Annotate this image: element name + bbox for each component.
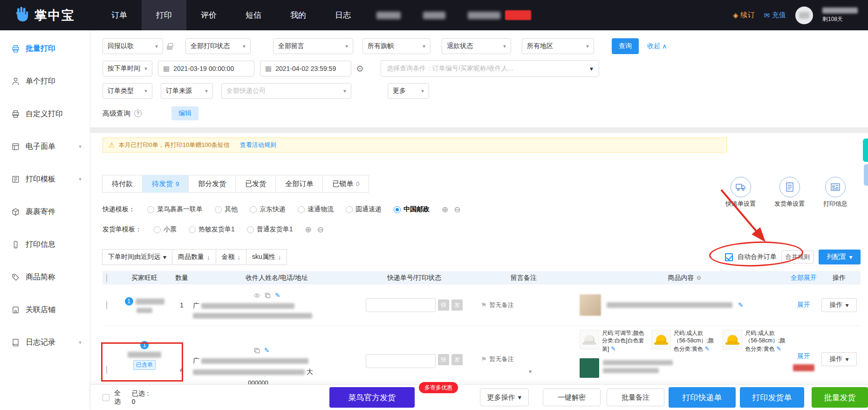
remove-template-icon[interactable]: ⊖ — [454, 205, 460, 215]
refund-status-select[interactable]: 退款状态▾ — [442, 38, 511, 54]
row-checkbox[interactable] — [106, 301, 107, 309]
row-checkbox[interactable] — [106, 366, 107, 374]
row-action-button[interactable]: 操作▾ — [821, 298, 857, 312]
expand-row-link[interactable]: 展开 — [797, 301, 810, 308]
sidebar-item-print-template[interactable]: 打印模板 ▾ — [0, 163, 90, 195]
copy-icon[interactable] — [253, 347, 260, 354]
query-button[interactable]: 查询 — [612, 38, 639, 54]
nav-item-logs[interactable]: 日志 — [321, 0, 365, 30]
nav-item-print[interactable]: 打印 — [142, 0, 186, 30]
radio-thermal-invoice[interactable]: 热敏发货单1 — [189, 225, 235, 234]
message-select[interactable]: 全部留言▾ — [273, 38, 353, 54]
auto-merge-checkbox[interactable] — [725, 253, 733, 261]
search-condition-combo[interactable]: 选择查询条件：订单编号/买家昵称/收件人... ▾ — [381, 60, 599, 77]
time-type-select[interactable]: 按下单时间▾ — [103, 61, 152, 76]
region-select[interactable]: 所有地区▾ — [522, 38, 594, 54]
edit-product-pencil-icon[interactable]: ✎ — [704, 345, 710, 352]
shop-select[interactable]: 回报以歌▾ — [103, 38, 163, 54]
quick-print-button[interactable]: 快 — [438, 299, 449, 311]
product-thumbnail[interactable] — [580, 330, 599, 349]
add-invoice-template-icon[interactable]: ⊕ — [305, 225, 312, 235]
sidebar-item-single-print[interactable]: 单个打印 — [0, 65, 90, 97]
tracking-number-input[interactable] — [366, 298, 436, 312]
radio-cainiao-guoguo[interactable]: 菜鸟裹裹一联单 — [147, 205, 203, 214]
eye-icon[interactable] — [253, 292, 260, 299]
sidebar-item-product-abbr[interactable]: 商品简称 — [0, 261, 90, 293]
edit-product-pencil-icon[interactable]: ✎ — [611, 345, 616, 352]
avatar[interactable] — [795, 7, 813, 24]
renew-link[interactable]: ◈续订 — [733, 11, 755, 20]
print-express-button[interactable]: 打印快递单 — [669, 387, 736, 408]
tab-locked[interactable]: 已锁单0 — [322, 175, 369, 193]
more-filters-select[interactable]: 更多▾ — [388, 83, 429, 99]
copy-icon[interactable] — [264, 292, 271, 299]
sort-by-time-dropdown[interactable]: 下单时间由近到远▾ — [102, 249, 172, 265]
tab-partial-shipped[interactable]: 部分发货 — [188, 175, 236, 193]
nav-item-mine[interactable]: 我的 — [276, 0, 321, 30]
sidebar-item-linked-shops[interactable]: 关联店铺 — [0, 293, 90, 326]
expand-row-link[interactable]: 展开 — [797, 352, 810, 361]
sort-by-quantity[interactable]: 商品数量↓ — [172, 249, 216, 265]
express-sheet-settings[interactable]: 快递单设置 — [725, 177, 756, 208]
help-question-icon[interactable]: ? — [134, 110, 142, 117]
date-settings-gear-icon[interactable]: ⚙ — [356, 63, 364, 74]
decrypt-button[interactable]: 一键解密 — [543, 389, 601, 406]
radio-normal-invoice[interactable]: 普通发货单1 — [247, 225, 293, 234]
batch-ship-button[interactable]: 批量发货 — [812, 387, 868, 408]
tracking-number-input[interactable] — [366, 354, 436, 368]
print-info-settings[interactable]: 打印信息 — [823, 177, 847, 208]
expand-all-link[interactable]: 全部展开 — [791, 274, 817, 281]
nav-item-sms[interactable]: 短信 — [231, 0, 276, 30]
order-source-select[interactable]: 订单来源▾ — [161, 83, 213, 99]
invoice-settings[interactable]: 发货单设置 — [774, 177, 805, 208]
express-company-select[interactable]: 全部快递公司▾ — [221, 83, 351, 99]
app-logo[interactable]: 掌中宝 — [0, 0, 97, 30]
ship-button[interactable]: 发 — [451, 299, 463, 311]
product-thumbnail[interactable] — [651, 330, 671, 349]
more-actions-button[interactable]: 更多操作▾ — [480, 389, 529, 406]
quick-print-button[interactable]: 快 — [438, 354, 449, 365]
merge-rules-button[interactable]: 合并规则 — [781, 250, 814, 264]
product-thumbnail[interactable] — [723, 330, 742, 349]
radio-other[interactable]: 其他 — [215, 205, 238, 214]
flag-select[interactable]: 所有旗帜▾ — [362, 38, 431, 54]
edit-advanced-query-button[interactable]: 编辑 — [171, 106, 198, 120]
tab-shipped[interactable]: 已发货 — [235, 175, 276, 193]
nav-item-orders[interactable]: 订单 — [97, 0, 142, 30]
collapse-link[interactable]: 收起∧ — [647, 42, 667, 50]
sidebar-item-print-info[interactable]: 打印信息 — [0, 228, 90, 261]
note-expand-chevron-icon[interactable]: ▾ — [481, 368, 580, 375]
tab-to-ship[interactable]: 待发货9 — [142, 175, 189, 193]
flag-icon[interactable]: ⚑ — [481, 301, 487, 309]
sidebar-item-guoguo-ship[interactable]: 裹裹寄件 — [0, 195, 90, 228]
date-to-input[interactable]: ▦ 2021-04-02 23:59:59 — [260, 61, 351, 76]
sidebar-item-batch-print[interactable]: 批量打印 — [0, 32, 90, 65]
floating-edge-tab[interactable] — [863, 139, 868, 162]
date-from-input[interactable]: ▦ 2021-03-19 00:00:00 — [158, 61, 254, 76]
redacted-nav-item[interactable] — [423, 12, 445, 19]
radio-yto[interactable]: 圆通速递 — [346, 205, 382, 214]
product-thumbnail[interactable] — [580, 358, 599, 378]
radio-china-post[interactable]: 中国邮政 — [394, 205, 430, 214]
select-all-header-checkbox[interactable] — [106, 274, 107, 282]
ship-button[interactable]: 发 — [451, 354, 463, 365]
radio-receipt[interactable]: 小票 — [154, 225, 177, 234]
batch-note-button[interactable]: 批量备注 — [607, 389, 664, 406]
sort-by-amount[interactable]: 金额↓ — [216, 249, 247, 265]
row-action-button[interactable]: 操作▾ — [821, 352, 857, 366]
print-invoice-button[interactable]: 打印发货单 — [740, 387, 804, 408]
tab-pending-payment[interactable]: 待付款 — [102, 175, 143, 193]
product-settings-gear-icon[interactable]: ⚙ — [697, 275, 702, 281]
scrollbar-thumb[interactable] — [864, 164, 868, 186]
activity-rules-link[interactable]: 查看活动规则 — [240, 141, 276, 149]
select-all-checkbox[interactable] — [103, 394, 109, 401]
flag-icon[interactable]: ⚑ — [481, 355, 487, 363]
redacted-nav-item[interactable] — [468, 12, 500, 19]
remove-invoice-template-icon[interactable]: ⊖ — [317, 225, 324, 235]
add-template-icon[interactable]: ⊕ — [442, 205, 448, 215]
redacted-nav-item[interactable] — [376, 12, 401, 19]
sidebar-item-log-records[interactable]: 日志记录 ▾ — [0, 326, 90, 359]
recharge-link[interactable]: ✉充值 — [764, 11, 786, 20]
sort-by-sku[interactable]: sku属性↓ — [246, 249, 287, 265]
order-type-select[interactable]: 订单类型▾ — [103, 83, 152, 99]
